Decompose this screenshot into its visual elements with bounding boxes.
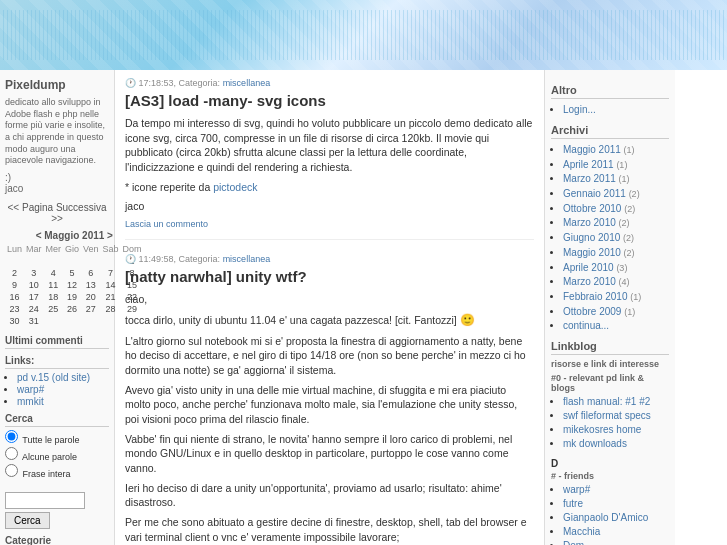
archivi-link[interactable]: Maggio 2011 (1) <box>563 144 635 155</box>
cal-cell <box>44 315 64 327</box>
tagline: dedicato allo sviluppo in Adobe flash e … <box>5 97 109 167</box>
friend-warp[interactable]: warp# <box>563 484 590 495</box>
friend-macchia[interactable]: Macchia <box>563 526 600 537</box>
post-2-para-3: L'altro giorno sul notebook mi si e' pro… <box>125 334 534 378</box>
cal-cell: 31 <box>24 315 44 327</box>
site-title: Pixeldump <box>5 78 109 92</box>
nav-next-link[interactable]: << Pagina Successiva >> <box>8 202 107 224</box>
mk-downloads-link[interactable]: mk downloads <box>563 438 627 449</box>
list-item: continua... <box>563 319 669 332</box>
link-pdold[interactable]: pd v.15 (old site) <box>17 372 90 383</box>
archivi-link[interactable]: Ottobre 2009 (1) <box>563 306 635 317</box>
archivi-link[interactable]: Aprile 2011 (1) <box>563 159 627 170</box>
archivi-link[interactable]: Marzo 2010 (2) <box>563 217 630 228</box>
archivi-link[interactable]: Ottobre 2010 (2) <box>563 203 635 214</box>
friend-gd[interactable]: Gianpaolo D'Amico <box>563 512 648 523</box>
post-2-para-6: Ieri ho deciso di dare a unity un'opport… <box>125 481 534 510</box>
list-item: Marzo 2011 (1) <box>563 172 669 186</box>
mikekosres-link[interactable]: mikekosres home <box>563 424 641 435</box>
list-item: Marzo 2010 (2) <box>563 216 669 230</box>
cal-cell: 26 <box>63 303 81 315</box>
cal-cell: 6 <box>81 267 101 279</box>
post-1-body: Da tempo mi interesso di svg, quindi ho … <box>125 116 534 214</box>
search-box: Tutte le parole Alcune parole Frase inte… <box>5 430 109 529</box>
cal-cell: 27 <box>81 303 101 315</box>
search-radio-all: Tutte le parole <box>5 430 109 445</box>
list-item: Gennaio 2011 (2) <box>563 187 669 201</box>
post-1-meta: 🕐 17:18:53, Categoria: miscellanea <box>125 78 534 88</box>
search-radio-some-input[interactable] <box>5 447 18 460</box>
post-1-para-3: jaco <box>125 199 534 214</box>
cal-cell <box>81 315 101 327</box>
header-banner <box>0 0 727 70</box>
altro-list: Login... <box>551 103 669 116</box>
cal-header: Lun <box>5 243 24 255</box>
link-warp[interactable]: warp# <box>17 384 44 395</box>
cal-cell: 23 <box>5 303 24 315</box>
archivi-link[interactable]: Gennaio 2011 (2) <box>563 188 640 199</box>
cal-cell: 18 <box>44 291 64 303</box>
archivi-link[interactable]: Aprile 2010 (3) <box>563 262 627 273</box>
friend-dem[interactable]: Dem <box>563 540 584 545</box>
cal-cell: 3 <box>24 267 44 279</box>
list-item: Aprile 2010 (3) <box>563 261 669 275</box>
nav-next[interactable]: << Pagina Successiva >> <box>5 202 109 224</box>
list-item: Giugno 2010 (2) <box>563 231 669 245</box>
list-item: Marzo 2010 (4) <box>563 275 669 289</box>
search-radio-all-input[interactable] <box>5 430 18 443</box>
archivi-link[interactable]: Giugno 2010 (2) <box>563 232 634 243</box>
cal-cell: 12 <box>63 279 81 291</box>
post-1-comment-link[interactable]: Lascia un commento <box>125 219 208 229</box>
main-layout: Pixeldump dedicato allo sviluppo in Adob… <box>0 70 727 545</box>
link-mmkit[interactable]: mmkit <box>17 396 44 407</box>
cal-header: Mer <box>44 243 64 255</box>
friends-list: warp# futre Gianpaolo D'Amico Macchia De… <box>551 483 669 545</box>
post-1-category-link[interactable]: miscellanea <box>223 78 271 88</box>
swf-specs-link[interactable]: swf fileformat specs <box>563 410 651 421</box>
cal-cell: 11 <box>44 279 64 291</box>
page-wrapper: Pixeldump dedicato allo sviluppo in Adob… <box>0 0 727 545</box>
flash-manual-link[interactable]: flash manual: #1 #2 <box>563 396 650 407</box>
cal-cell today: 20 <box>81 291 101 303</box>
search-radio-phrase-input[interactable] <box>5 464 18 477</box>
friend-futre[interactable]: futre <box>563 498 583 509</box>
linkblog-subsection1: #0 - relevant pd link & blogs <box>551 373 669 393</box>
cal-cell: 5 <box>63 267 81 279</box>
post-2-category-label: Categoria: <box>179 254 221 264</box>
list-item: Login... <box>563 103 669 116</box>
post-2: 🕐 11:49:58, Categoria: miscellanea [natt… <box>125 254 534 545</box>
cal-cell: 16 <box>5 291 24 303</box>
pictodeck-link[interactable]: pictodeck <box>213 181 257 193</box>
cal-cell: 30 <box>5 315 24 327</box>
list-item: Aprile 2011 (1) <box>563 158 669 172</box>
cal-cell <box>81 255 101 267</box>
search-button[interactable]: Cerca <box>5 512 50 529</box>
list-item: mmkit <box>17 396 109 407</box>
archivi-link[interactable]: Maggio 2010 (2) <box>563 247 635 258</box>
cal-cell: 9 <box>5 279 24 291</box>
recent-comments-title: Ultimi commenti <box>5 335 109 349</box>
post-2-para-2: tocca dirlo, unity di ubuntu 11.04 e' un… <box>125 312 534 329</box>
cal-header: Ven <box>81 243 101 255</box>
category-title: Categorie <box>5 535 109 545</box>
links-title: Links: <box>5 355 109 369</box>
post-2-category-link[interactable]: miscellanea <box>223 254 271 264</box>
post-1-para-1: Da tempo mi interesso di svg, quindi ho … <box>125 116 534 175</box>
archivi-link[interactable]: Marzo 2010 (4) <box>563 276 630 287</box>
archivi-link[interactable]: Marzo 2011 (1) <box>563 173 630 184</box>
list-item: Dem <box>563 539 669 545</box>
archivi-continua-link[interactable]: continua... <box>563 320 609 331</box>
list-item: Ottobre 2009 (1) <box>563 305 669 319</box>
archivi-link[interactable]: Febbraio 2010 (1) <box>563 291 641 302</box>
login-link[interactable]: Login... <box>563 104 596 115</box>
search-input[interactable] <box>5 492 85 509</box>
archivi-title: Archivi <box>551 124 669 139</box>
cal-header: Mar <box>24 243 44 255</box>
left-sidebar: Pixeldump dedicato allo sviluppo in Adob… <box>0 70 115 545</box>
section-d: D <box>551 458 669 469</box>
cal-cell: 13 <box>81 279 101 291</box>
cal-cell <box>44 255 64 267</box>
cal-cell: 17 <box>24 291 44 303</box>
list-item: Maggio 2010 (2) <box>563 246 669 260</box>
cal-cell: 25 <box>44 303 64 315</box>
